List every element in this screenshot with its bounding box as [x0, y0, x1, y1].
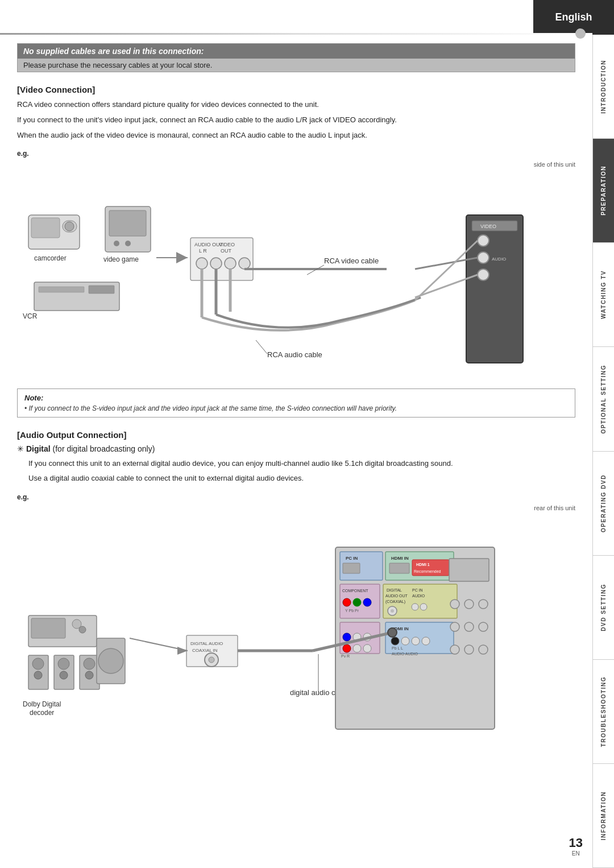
- sidebar-item-optional-setting: OPTIONAL SETTING: [592, 347, 614, 451]
- audio-output-heading: [Audio Output Connection]: [17, 430, 575, 440]
- sidebar-item-watching-tv: WATCHING TV: [592, 243, 614, 347]
- audio-output-section: [Audio Output Connection] ✳ Digital (for…: [17, 430, 575, 741]
- svg-point-109: [343, 644, 351, 652]
- audio-desc-1: If you connect this unit to an external …: [28, 458, 575, 470]
- svg-text:Recommended: Recommended: [414, 569, 441, 573]
- note-text: • If you connect to the S-video input ja…: [24, 404, 568, 412]
- svg-point-51: [58, 658, 69, 669]
- svg-rect-33: [466, 215, 523, 363]
- svg-point-46: [79, 626, 86, 633]
- page-en-label: EN: [569, 850, 583, 857]
- video-eg-label: e.g.: [17, 150, 575, 158]
- svg-point-99: [391, 637, 399, 645]
- svg-point-22: [210, 258, 222, 269]
- svg-point-54: [84, 658, 95, 669]
- sidebar-item-introduction: INTRODUCTION: [592, 35, 614, 139]
- sidebar-item-preparation: PREPARATION: [592, 139, 614, 243]
- svg-point-117: [450, 622, 459, 631]
- svg-text:VCR: VCR: [23, 312, 38, 320]
- svg-rect-113: [449, 559, 489, 581]
- svg-text:video game: video game: [103, 255, 139, 263]
- side-label: side of this unit: [534, 161, 575, 168]
- page-number: 13: [569, 836, 583, 850]
- digital-bold: Digital: [26, 444, 51, 453]
- svg-point-85: [363, 598, 371, 606]
- svg-point-118: [464, 622, 474, 631]
- svg-point-124: [388, 628, 397, 637]
- right-sidebar: INTRODUCTION PREPARATION WATCHING TV OPT…: [592, 0, 614, 868]
- svg-rect-44: [31, 618, 65, 638]
- svg-point-116: [479, 600, 488, 609]
- svg-point-7: [114, 241, 119, 246]
- svg-text:Pv  R: Pv R: [341, 654, 350, 658]
- svg-point-83: [343, 598, 351, 606]
- video-connection-heading: [Video Connection]: [17, 85, 575, 94]
- note-box: Note: • If you connect to the S-video in…: [17, 388, 575, 418]
- page-number-block: 13 EN: [569, 836, 583, 857]
- svg-point-114: [450, 600, 459, 609]
- sidebar-item-dvd-setting: DVD SETTING: [592, 556, 614, 660]
- svg-text:AUDIO: AUDIO: [492, 257, 506, 262]
- svg-text:RCA video cable: RCA video cable: [324, 257, 379, 265]
- svg-text:AUDIO OUT: AUDIO OUT: [385, 594, 408, 598]
- svg-point-106: [343, 633, 351, 641]
- svg-point-37: [478, 252, 489, 263]
- video-connection-diagram: camcorder video game VCR AUDIO OUT L R V…: [17, 170, 563, 380]
- svg-text:DIGITAL: DIGITAL: [387, 588, 402, 592]
- svg-rect-74: [343, 563, 360, 573]
- svg-rect-77: [389, 563, 409, 573]
- svg-point-101: [412, 637, 420, 645]
- svg-point-24: [239, 258, 250, 269]
- svg-text:camcorder: camcorder: [34, 254, 67, 262]
- svg-line-32: [256, 340, 267, 354]
- svg-text:HDMI IN: HDMI IN: [391, 556, 409, 561]
- svg-text:Y        Pb        Pr: Y Pb Pr: [345, 609, 359, 613]
- svg-text:decoder: decoder: [30, 709, 54, 717]
- note-title: Note:: [24, 394, 568, 402]
- svg-text:Dolby Digital: Dolby Digital: [23, 700, 61, 708]
- rear-label: rear of this unit: [534, 505, 575, 511]
- svg-text:AUDIO: AUDIO: [412, 594, 425, 598]
- svg-point-49: [34, 671, 42, 679]
- digital-label: ✳ Digital (for digital broadcasting only…: [17, 444, 575, 453]
- svg-text:VIDEO: VIDEO: [480, 224, 496, 229]
- svg-text:PC IN: PC IN: [412, 588, 423, 592]
- notice-subtitle: Please purchase the necessary cables at …: [18, 59, 575, 72]
- svg-point-21: [196, 258, 208, 269]
- svg-rect-11: [39, 287, 84, 292]
- svg-point-120: [450, 645, 459, 654]
- video-body-1: RCA video connection offers standard pic…: [17, 99, 575, 111]
- audio-diagram-area: e.g. rear of this unit: [17, 493, 575, 741]
- svg-point-102: [422, 637, 430, 645]
- video-body-2: If you connect to the unit's video input…: [17, 114, 575, 126]
- notice-box: No supplied cables are used in this conn…: [17, 43, 575, 72]
- svg-text:DIGITAL AUDIO: DIGITAL AUDIO: [190, 641, 223, 646]
- sidebar-item-troubleshooting: TROUBLESHOOTING: [592, 660, 614, 764]
- svg-point-92: [391, 609, 394, 613]
- audio-eg-label: e.g.: [17, 493, 575, 501]
- svg-point-52: [60, 671, 68, 679]
- svg-text:OUT: OUT: [221, 248, 232, 254]
- svg-point-48: [32, 658, 44, 669]
- svg-point-111: [363, 644, 371, 652]
- svg-point-115: [464, 600, 474, 609]
- svg-point-119: [479, 622, 488, 631]
- svg-text:HDMI 1: HDMI 1: [416, 563, 430, 567]
- svg-point-110: [353, 644, 361, 652]
- svg-point-3: [65, 222, 74, 231]
- svg-point-122: [479, 645, 488, 654]
- audio-desc-2: Use a digital audio coaxial cable to con…: [28, 473, 575, 485]
- svg-text:(COAXIAL): (COAXIAL): [385, 600, 405, 604]
- svg-text:RCA audio cable: RCA audio cable: [267, 350, 322, 359]
- svg-point-96: [420, 604, 427, 610]
- svg-text:COMPONENT: COMPONENT: [342, 589, 368, 593]
- svg-point-23: [225, 258, 236, 269]
- notice-title: No supplied cables are used in this conn…: [18, 44, 575, 59]
- svg-point-84: [353, 598, 361, 606]
- svg-text:COAXIAL IN: COAXIAL IN: [192, 648, 218, 653]
- svg-text:VIDEO: VIDEO: [219, 242, 235, 247]
- sidebar-item-information: INFORMATION: [592, 764, 614, 868]
- svg-line-66: [130, 638, 188, 651]
- sidebar-item-operating-dvd: OPERATING DVD: [592, 452, 614, 556]
- svg-text:PC IN: PC IN: [346, 556, 358, 561]
